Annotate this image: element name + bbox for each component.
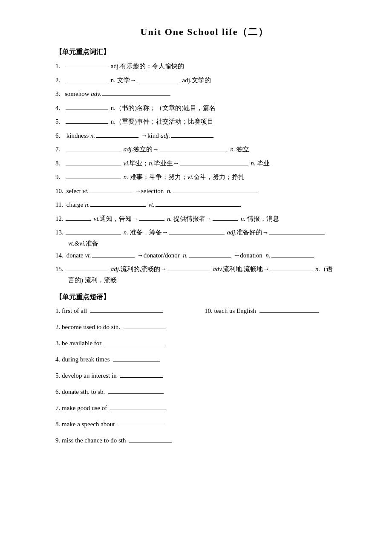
phrase-label-2: become used to do sth. [62, 324, 120, 331]
vocab-item-10: 10. select vt. →selection n. [55, 186, 354, 197]
phrase-blank-7[interactable] [110, 403, 166, 410]
blank-13-1[interactable] [66, 228, 121, 234]
blank-7-2[interactable] [160, 145, 228, 151]
item-2-text1: n. 文学→ [109, 75, 136, 86]
blank-2-1[interactable] [66, 75, 108, 82]
item-6-text1: kindness n. [65, 130, 95, 142]
phrase-blank-3[interactable] [105, 338, 164, 345]
phrase-num-10: 10. [205, 307, 214, 315]
phrase-row-1-10: 1. first of all 10. teach us English [55, 306, 354, 315]
phrase-blank-10[interactable] [259, 306, 319, 313]
vocab-item-13: 13. n. 准备，筹备→ adj.准备好的→ vt.&vi.准备 [55, 227, 354, 248]
phrase-row-8: 8. make a speech about [55, 419, 354, 428]
phrase-blank-8[interactable] [118, 419, 165, 426]
blank-12-3[interactable] [213, 214, 238, 221]
blank-11-1[interactable] [90, 200, 146, 207]
blank-3-1[interactable] [102, 89, 170, 96]
item-11-text1: charge n. [65, 199, 89, 211]
blank-12-1[interactable] [66, 214, 91, 221]
item-11-text2: vt. [147, 199, 154, 211]
vocab-item-4: 4. n.（书的)名称；（文章的)题目，篇名 [55, 103, 354, 114]
phrase-blank-6[interactable] [108, 387, 164, 394]
phrase-num-1: 1. [55, 307, 62, 315]
item-14-text2: →donator/donor n. [135, 250, 187, 261]
phrase-label-8: make a speech about [62, 421, 115, 428]
vocab-item-15: 15. adj.流利的,流畅的→ adv.流利地,流畅地→ n.（语 言的) 流… [55, 264, 354, 284]
phrase-blank-5[interactable] [120, 371, 163, 378]
phrase-blank-1[interactable] [90, 306, 163, 313]
blank-15-1[interactable] [66, 264, 108, 271]
item-5-text: n.（重要)事件；社交活动；比赛项目 [109, 116, 213, 127]
item-3-text: somehow adv. [65, 89, 101, 100]
item-12-text3: n. 情报，消息 [239, 214, 279, 225]
vocab-item-12: 12. vt.通知，告知→ n. 提供情报者→ n. 情报，消息 [55, 214, 354, 225]
phrase-row-2: 2. become used to do sth. [55, 322, 354, 331]
vocab-section: 1. adj.有乐趣的；令人愉快的 2. n. 文学→ adj.文学的 3. s… [55, 61, 354, 284]
vocab-item-1: 1. adj.有乐趣的；令人愉快的 [55, 61, 354, 72]
phrase-row-3: 3. be available for [55, 338, 354, 347]
vocab-item-11: 11. charge n. vt. [55, 199, 354, 211]
item-7-text2: n. 独立 [229, 144, 250, 155]
blank-10-1[interactable] [89, 186, 132, 193]
phrase-col-right-10: 10. teach us English [205, 306, 354, 315]
phrase-label-6: donate sth. to sb. [62, 388, 105, 396]
phrase-num-7: 7. [55, 405, 62, 412]
blank-14-2[interactable] [189, 251, 231, 257]
blank-11-2[interactable] [156, 200, 241, 207]
vocab-section-header: 【单元重点词汇】 [55, 48, 354, 57]
blank-8-2[interactable] [180, 159, 248, 165]
vocab-item-5: 5. n.（重要)事件；社交活动；比赛项目 [55, 116, 354, 127]
vocab-item-9: 9. n. 难事；斗争；努力；vi.奋斗，努力；挣扎 [55, 172, 354, 183]
phrase-num-6: 6. [55, 388, 62, 396]
item-12-text1: vt.通知，告知→ [92, 214, 138, 225]
phrase-row-4: 4. during break times [55, 355, 354, 363]
item-4-text: n.（书的)名称；（文章的)题目，篇名 [109, 103, 216, 114]
phrase-label-3: be available for [62, 340, 101, 347]
item-14-text3: →donation n. [232, 250, 271, 261]
phrase-row-9: 9. miss the chance to do sth [55, 436, 354, 444]
blank-5-1[interactable] [66, 117, 108, 124]
item-8-text2: n. 毕业 [249, 158, 270, 169]
item-13-continuation: vt.&vi.准备 [55, 240, 354, 248]
vocab-item-2: 2. n. 文学→ adj.文学的 [55, 75, 354, 86]
blank-14-3[interactable] [271, 251, 314, 257]
blank-12-2[interactable] [139, 214, 164, 221]
item-14-text1: donate vt. [65, 250, 91, 261]
blank-8-1[interactable] [66, 159, 121, 165]
phrase-label-4: during break times [62, 356, 110, 363]
item-num-7: 7. [55, 144, 65, 155]
blank-6-1[interactable] [96, 131, 138, 138]
blank-13-2[interactable] [169, 228, 225, 234]
item-num-15: 15. [55, 264, 65, 275]
blank-13-3[interactable] [269, 228, 325, 234]
phrase-blank-4[interactable] [113, 355, 160, 361]
blank-10-2[interactable] [173, 186, 258, 193]
phrase-section-header: 【单元重点短语】 [55, 293, 354, 302]
item-15-text3: n.（语 [314, 264, 333, 275]
blank-14-1[interactable] [92, 251, 135, 257]
item-num-2: 2. [55, 75, 65, 86]
phrase-blank-9[interactable] [129, 436, 172, 442]
blank-7-1[interactable] [66, 145, 121, 151]
phrase-blank-2[interactable] [124, 322, 166, 329]
phrase-row-7: 7. make good use of [55, 403, 354, 412]
item-9-text: n. 难事；斗争；努力；vi.奋斗，努力；挣扎 [122, 172, 245, 183]
blank-6-2[interactable] [171, 131, 213, 138]
phrase-col-left-1: 1. first of all [55, 306, 205, 315]
item-10-arrow: →selection n. [133, 186, 172, 197]
item-num-12: 12. [55, 214, 65, 225]
item-num-11: 11. [55, 199, 65, 211]
page-title: Unit One School life（二） [55, 26, 354, 38]
blank-15-3[interactable] [270, 264, 313, 271]
item-13-text1: n. 准备，筹备→ [122, 227, 168, 238]
item-8-text1: vi.毕业；n.毕业生→ [122, 158, 179, 169]
blank-15-2[interactable] [167, 264, 210, 271]
vocab-item-8: 8. vi.毕业；n.毕业生→ n. 毕业 [55, 158, 354, 169]
blank-1-1[interactable] [66, 61, 108, 68]
blank-9-1[interactable] [66, 172, 121, 179]
item-num-14: 14. [55, 250, 65, 261]
blank-2-2[interactable] [137, 75, 180, 82]
item-7-text1: adj.独立的→ [122, 144, 159, 155]
blank-4-1[interactable] [66, 103, 108, 110]
item-15-text1: adj.流利的,流畅的→ [109, 264, 167, 275]
